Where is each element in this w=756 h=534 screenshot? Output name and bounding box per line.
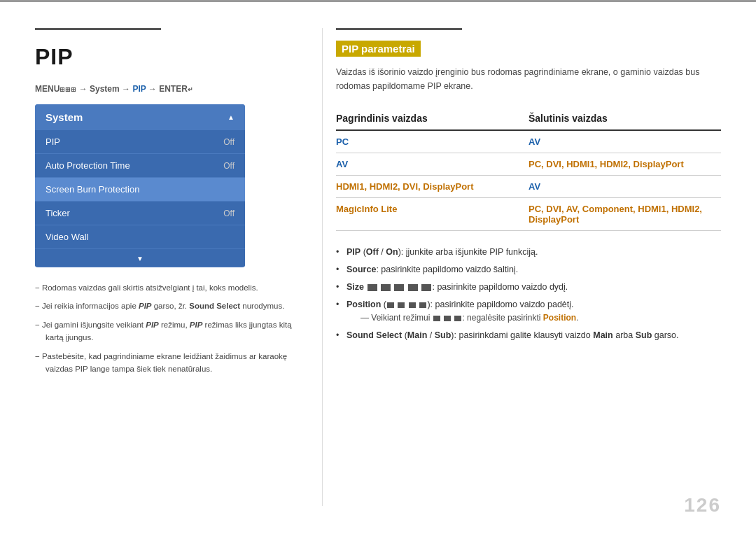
left-column: PIP MENU⊞⊞⊞ → System → PIP → ENTER↵ Syst… — [35, 28, 301, 381]
pos-icon-1 — [387, 302, 394, 308]
bullet-pip-label: PIP — [346, 247, 360, 257]
pos-icon-2 — [398, 302, 405, 308]
section-top-divider — [35, 28, 161, 30]
system-menu-header: System ▲ — [35, 104, 245, 130]
table-cell: PC, DVI, HDMI1, HDMI2, DisplayPort — [528, 153, 721, 176]
arrow-down-icon: ▼ — [136, 255, 144, 262]
menu-path: MENU⊞⊞⊞ → System → PIP → ENTER↵ — [35, 84, 301, 94]
bullet-size-label: Size — [346, 282, 364, 292]
size-icon-2 — [381, 284, 391, 291]
menu-item-ticker[interactable]: Ticker Off — [35, 202, 245, 225]
pos-icon-3 — [409, 302, 416, 308]
bullet-item-size: Size : pasirinkite papildomo vaizdo dydį… — [336, 280, 721, 294]
menu-item-pip-label: PIP — [46, 136, 60, 147]
table-row: HDMI1, HDMI2, DVI, DisplayPort AV — [336, 176, 721, 198]
table-col2-header: Šalutinis vaizdas — [528, 107, 721, 130]
table-cell: HDMI1, HDMI2, DVI, DisplayPort — [336, 176, 528, 198]
bullet-position-label: Position — [346, 300, 381, 309]
table-row: AV PC, DVI, HDMI1, HDMI2, DisplayPort — [336, 153, 721, 176]
regime-icon-3 — [454, 316, 461, 321]
pos-icon-4 — [419, 302, 426, 308]
pip-table: Pagrindinis vaizdas Šalutinis vaizdas PC… — [336, 107, 721, 231]
sub-bullet-position: Veikiant režimui : negalėsite pasirinkti… — [346, 311, 721, 325]
bullet-source-label: Source — [346, 265, 376, 274]
system-menu-title: System — [46, 111, 83, 123]
table-cell: AV — [528, 176, 721, 198]
pip-description: Vaizdas iš išorinio vaizdo įrenginio bus… — [336, 65, 721, 93]
table-cell: AV — [528, 130, 721, 153]
regime-icon-2 — [444, 316, 451, 321]
menu-arrow-down: ▼ — [35, 249, 245, 267]
menu-item-pip-value: Off — [223, 137, 234, 147]
top-border-line — [0, 0, 756, 2]
menu-item-auto-protection-value: Off — [223, 161, 234, 171]
table-cell: MagicInfo Lite — [336, 198, 528, 231]
regime-icon-1 — [433, 316, 440, 321]
right-section-top-divider — [336, 28, 462, 30]
column-separator — [322, 28, 323, 506]
bullet-item-sound-select: Sound Select (Main / Sub): pasirinkdami … — [336, 328, 721, 342]
table-cell: AV — [336, 153, 528, 176]
table-col1-header: Pagrindinis vaizdas — [336, 107, 528, 130]
menu-item-screen-burn-label: Screen Burn Protection — [46, 184, 139, 195]
bullet-item-position: Position ( ): pasirinkite papildomo vaiz… — [336, 297, 721, 325]
note-1: Rodomas vaizdas gali skirtis atsižvelgia… — [35, 281, 301, 294]
size-icon-3 — [394, 284, 404, 291]
system-menu-box: System ▲ PIP Off Auto Protection Time Of… — [35, 104, 245, 267]
bullet-item-source: Source: pasirinkite papildomo vaizdo šal… — [336, 262, 721, 276]
table-cell: PC — [336, 130, 528, 153]
notes-section: Rodomas vaizdas gali skirtis atsižvelgia… — [35, 281, 301, 375]
menu-item-ticker-label: Ticker — [46, 208, 70, 218]
menu-item-video-wall[interactable]: Video Wall — [35, 225, 245, 248]
menu-item-auto-protection-label: Auto Protection Time — [46, 160, 130, 171]
menu-item-ticker-value: Off — [223, 209, 234, 218]
size-icon-5 — [421, 284, 431, 291]
size-icon-4 — [408, 284, 418, 291]
size-icon-1 — [368, 284, 377, 291]
menu-item-screen-burn[interactable]: Screen Burn Protection — [35, 178, 245, 201]
table-cell: PC, DVI, AV, Component, HDMI1, HDMI2, Di… — [528, 198, 721, 231]
menu-item-auto-protection[interactable]: Auto Protection Time Off — [35, 154, 245, 177]
page-number: 126 — [684, 494, 721, 517]
note-2: Jei reikia informacijos apie PIP garso, … — [35, 300, 301, 312]
right-column: PIP parametrai Vaizdas iš išorinio vaizd… — [336, 28, 721, 346]
note-3: Jei gamini išjungsite veikiant PIP režim… — [35, 318, 301, 344]
bullet-item-pip: PIP (Off / On): įjunkite arba išjunkite … — [336, 245, 721, 259]
page-title: PIP — [35, 44, 301, 70]
note-4: Pastebėsite, kad pagrindiniame ekrane le… — [35, 350, 301, 376]
table-row: PC AV — [336, 130, 721, 153]
bullet-sound-label: Sound Select — [346, 330, 402, 340]
table-row: MagicInfo Lite PC, DVI, AV, Component, H… — [336, 198, 721, 231]
menu-item-video-wall-label: Video Wall — [46, 232, 88, 242]
bullet-list: PIP (Off / On): įjunkite arba išjunkite … — [336, 245, 721, 342]
section-title: PIP parametrai — [336, 41, 421, 57]
menu-item-pip[interactable]: PIP Off — [35, 130, 245, 153]
arrow-up-icon: ▲ — [227, 113, 234, 121]
